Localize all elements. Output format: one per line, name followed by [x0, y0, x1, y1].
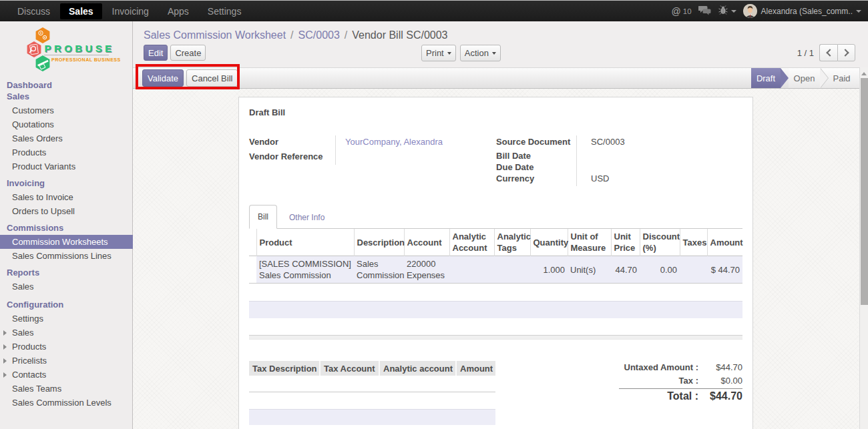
- cell-quantity: 1.000: [530, 256, 568, 284]
- sidebar-item-pricelists[interactable]: Pricelists: [0, 354, 132, 368]
- taxes-and-totals: Tax Description Tax Account Analytic acc…: [249, 361, 742, 425]
- user-menu[interactable]: Alexandra (Sales_comm..: [740, 1, 865, 21]
- sidebar-section-invoicing: Invoicing: [0, 176, 132, 190]
- caret-right-icon: [3, 372, 7, 378]
- breadcrumb-sc0003[interactable]: SC/0003: [298, 29, 340, 41]
- invoice-line-row[interactable]: [SALES COMMISSION] Sales Commission Sale…: [249, 256, 742, 284]
- action-button[interactable]: Action: [460, 45, 501, 61]
- sidebar-item-sales-teams[interactable]: Sales Teams: [0, 382, 132, 396]
- column-analytic-tags[interactable]: Analytic Tags: [494, 229, 530, 256]
- sidebar-item-sales-root[interactable]: Sales: [0, 91, 132, 102]
- sidebar-item-product-variants[interactable]: Product Variants: [0, 159, 132, 173]
- print-button[interactable]: Print: [421, 45, 456, 61]
- sidebar-item-sales-commissions-lines[interactable]: Sales Commissions Lines: [0, 249, 132, 263]
- breadcrumb-worksheet[interactable]: Sales Commission Worksheet: [144, 29, 286, 41]
- right-field-group: Source Document SC/0003 Bill Date Due Da…: [496, 135, 742, 186]
- sidebar-item-sales-to-invoice[interactable]: Sales to Invoice: [0, 190, 132, 204]
- mentions-button[interactable]: @ 10: [668, 1, 695, 21]
- cell-amount: $ 44.70: [707, 256, 742, 284]
- empty-stripe: [249, 301, 742, 318]
- column-amount[interactable]: Amount: [707, 229, 742, 256]
- vendor-value-link[interactable]: YourCompany, Alexandra: [345, 137, 443, 147]
- svg-text:PROFESSIONAL BUSINESS: PROFESSIONAL BUSINESS: [51, 57, 120, 63]
- sidebar-item-label: Pricelists: [12, 356, 47, 366]
- sidebar-item-dashboard[interactable]: Dashboard: [0, 79, 132, 91]
- caret-down-icon: [856, 10, 861, 13]
- sidebar-item-contacts[interactable]: Contacts: [0, 368, 132, 382]
- vendor-reference-value: [336, 150, 345, 165]
- column-taxes[interactable]: Taxes: [680, 229, 707, 256]
- scrollbar-thumb[interactable]: [861, 78, 868, 305]
- column-unit-price[interactable]: Unit Price: [611, 229, 640, 256]
- sidebar-item-customers[interactable]: Customers: [0, 103, 132, 117]
- sidebar-item-orders-to-upsell[interactable]: Orders to Upsell: [0, 204, 132, 218]
- edit-button[interactable]: Edit: [144, 45, 168, 61]
- sidebar-item-commission-worksheets[interactable]: Commission Worksheets: [0, 235, 133, 249]
- sidebar-item-sales-commission-levels[interactable]: Sales Commission Levels: [0, 396, 132, 410]
- sidebar-item-products[interactable]: Products: [0, 145, 132, 159]
- sidebar-item-sales-orders[interactable]: Sales Orders: [0, 131, 132, 145]
- tax-value: $0.00: [698, 376, 742, 386]
- column-tax-amount[interactable]: Amount: [456, 361, 495, 376]
- tax-header-row: Tax Description Tax Account Analytic acc…: [249, 361, 495, 376]
- menu-invoicing[interactable]: Invoicing: [103, 3, 158, 19]
- empty-stripe: [249, 409, 495, 425]
- empty-stripe: [249, 318, 742, 335]
- row-handle: [249, 256, 256, 284]
- sidebar-item-reports-sales[interactable]: Sales: [0, 280, 132, 294]
- sidebar-item-config-products[interactable]: Products: [0, 340, 132, 354]
- source-document-label: Source Document: [496, 135, 577, 149]
- caret-right-icon: [3, 330, 7, 336]
- spacer: [249, 340, 742, 361]
- status-label: Paid: [833, 73, 850, 83]
- column-description[interactable]: Description: [354, 229, 404, 256]
- sidebar-item-settings[interactable]: Settings: [0, 312, 132, 326]
- cell-uom: Unit(s): [568, 256, 611, 284]
- column-analytic-account[interactable]: Analytic account: [379, 361, 456, 376]
- status-separator: [820, 68, 828, 88]
- pager-next-button[interactable]: [837, 44, 855, 61]
- tab-bill[interactable]: Bill: [249, 205, 277, 229]
- sidebar-section-commissions: Commissions: [0, 221, 132, 235]
- sidebar-item-label: Products: [12, 342, 46, 352]
- column-unit-of-measure[interactable]: Unit of Measure: [568, 229, 611, 256]
- menu-settings[interactable]: Settings: [199, 3, 250, 19]
- chevron-right-icon: [841, 49, 849, 56]
- column-analytic-account[interactable]: Analytic Account: [449, 229, 494, 256]
- create-button[interactable]: Create: [170, 45, 206, 61]
- column-tax-account[interactable]: Tax Account: [320, 361, 379, 376]
- debug-menu-button[interactable]: [715, 1, 740, 21]
- section-divider: [249, 335, 742, 340]
- sidebar-item-config-sales[interactable]: Sales: [0, 326, 132, 340]
- cell-description: Sales Commission: [354, 256, 404, 284]
- currency-label: Currency: [496, 172, 577, 186]
- vertical-scrollbar[interactable]: [859, 67, 868, 429]
- status-open[interactable]: Open: [789, 68, 820, 88]
- menu-apps[interactable]: Apps: [159, 3, 198, 19]
- menu-discuss[interactable]: Discuss: [9, 3, 59, 19]
- column-product[interactable]: Product: [256, 229, 354, 256]
- column-tax-description[interactable]: Tax Description: [249, 361, 320, 376]
- pager-previous-button[interactable]: [819, 44, 837, 61]
- bill-date-label: Bill Date: [496, 149, 577, 161]
- due-date-label: Due Date: [496, 161, 577, 172]
- validate-button[interactable]: Validate: [142, 69, 184, 87]
- caret-down-icon: [447, 52, 451, 55]
- column-discount[interactable]: Discount (%): [640, 229, 680, 256]
- tax-empty-row: [249, 376, 495, 392]
- chevron-left-icon: [826, 49, 833, 56]
- status-arrow: [781, 68, 789, 88]
- column-quantity[interactable]: Quantity: [530, 229, 568, 256]
- scrollbar-up-button[interactable]: [860, 69, 868, 77]
- sidebar-item-quotations[interactable]: Quotations: [0, 117, 132, 131]
- chat-icon: [698, 5, 712, 17]
- column-account[interactable]: Account: [404, 229, 449, 256]
- untaxed-amount-label: Untaxed Amount :: [619, 362, 698, 372]
- cancel-bill-button[interactable]: Cancel Bill: [186, 69, 238, 87]
- cell-product: [SALES COMMISSION] Sales Commission: [256, 256, 354, 284]
- status-draft[interactable]: Draft: [751, 68, 781, 88]
- messages-button[interactable]: [695, 1, 715, 21]
- tab-other-info[interactable]: Other Info: [277, 206, 337, 229]
- menu-sales[interactable]: Sales: [60, 3, 102, 19]
- lines-header-row: Product Description Account Analytic Acc…: [249, 229, 742, 256]
